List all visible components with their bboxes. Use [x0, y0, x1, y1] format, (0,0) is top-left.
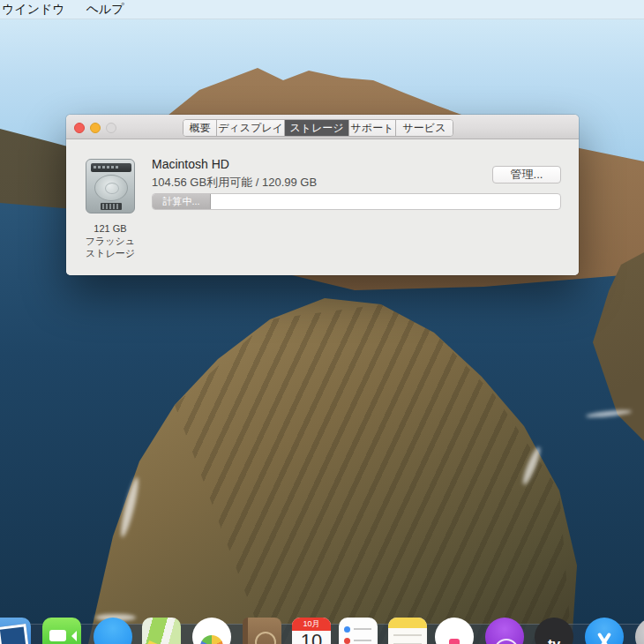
manage-button[interactable]: 管理...: [492, 166, 561, 183]
menu-item-help[interactable]: ヘルプ: [86, 2, 124, 18]
disk-capacity-label: 121 GB フラッシュ ストレージ: [66, 222, 154, 259]
calculating-segment: 計算中...: [153, 194, 211, 209]
zoom-button-disabled: [106, 123, 116, 133]
contacts-icon[interactable]: [243, 618, 281, 644]
hard-disk-icon: [86, 159, 135, 213]
calendar-day-label: 10: [292, 630, 331, 644]
storage-usage-bar: 計算中...: [152, 193, 561, 210]
tab-storage[interactable]: ストレージ: [285, 120, 349, 136]
disk-type-line2: ストレージ: [66, 247, 154, 259]
tab-service[interactable]: サービス: [396, 120, 453, 136]
tab-support[interactable]: サポート: [349, 120, 396, 136]
minimize-button[interactable]: [90, 123, 101, 133]
tab-group: 概要 ディスプレイ ストレージ サポート サービス: [183, 119, 453, 137]
calendar-month-label: 10月: [292, 618, 331, 631]
disk-type-line1: フラッシュ: [66, 235, 154, 247]
mail-icon[interactable]: [0, 618, 31, 644]
maps-icon[interactable]: [142, 618, 181, 644]
tab-overview[interactable]: 概要: [183, 120, 217, 136]
menu-item-window[interactable]: ウインドウ: [2, 2, 65, 18]
menu-bar: ウインドウ ヘルプ: [0, 0, 644, 19]
window-titlebar[interactable]: 概要 ディスプレイ ストレージ サポート サービス: [66, 115, 579, 139]
disk-name: Macintosh HD: [152, 157, 229, 171]
tab-displays[interactable]: ディスプレイ: [217, 120, 285, 136]
calendar-icon[interactable]: 10月 10: [292, 618, 331, 644]
disk-availability: 104.56 GB利用可能 / 120.99 GB: [152, 175, 317, 191]
disk-size: 121 GB: [66, 222, 154, 235]
about-this-mac-window: 概要 ディスプレイ ストレージ サポート サービス 121 GB フラッシュ ス…: [66, 115, 579, 275]
storage-panel: 121 GB フラッシュ ストレージ Macintosh HD 104.56 G…: [66, 139, 579, 275]
reminders-icon[interactable]: [339, 618, 378, 644]
facetime-icon[interactable]: [42, 618, 81, 644]
tv-logo-glyph: tv: [535, 637, 573, 644]
wallpaper: [0, 0, 644, 644]
notes-icon[interactable]: [388, 618, 427, 644]
close-button[interactable]: [74, 123, 85, 133]
